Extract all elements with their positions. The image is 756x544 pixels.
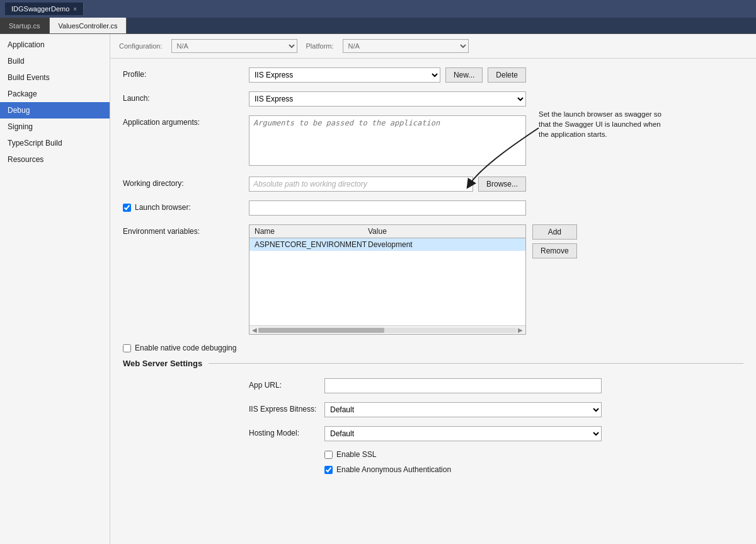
env-table-container: Name Value ASPNETCORE_ENVIRONMENT Develo…: [249, 224, 526, 335]
working-dir-input[interactable]: [249, 177, 473, 192]
env-cell-name-0: ASPNETCORE_ENVIRONMENT: [255, 240, 368, 249]
enable-anon-row: Enable Anonymous Authentication: [123, 465, 743, 474]
working-dir-control: Browse...: [249, 177, 526, 192]
enable-native-debug-checkbox[interactable]: [123, 344, 131, 352]
iis-bitness-row: IIS Express Bitness: Default: [123, 402, 743, 417]
enable-ssl-checkbox[interactable]: [324, 451, 333, 459]
sidebar: Application Build Build Events Package D…: [0, 34, 110, 544]
enable-anon-label: Enable Anonymous Authentication: [336, 465, 451, 474]
app-url-label: App URL:: [249, 378, 324, 390]
sidebar-item-typescript-build[interactable]: TypeScript Build: [0, 135, 110, 151]
form-area: Profile: IIS Express New... Delete L: [110, 59, 756, 489]
iis-bitness-control: Default: [324, 402, 602, 417]
tab-startup-cs[interactable]: Startup.cs: [0, 18, 50, 33]
profile-select[interactable]: IIS Express: [249, 67, 440, 83]
platform-label: Platform:: [306, 42, 334, 50]
app-url-row: App URL: http://localhost:34968: [123, 378, 743, 393]
launch-browser-label: Launch browser:: [123, 200, 249, 212]
editor-tabs: Startup.cs ValuesController.cs: [0, 18, 756, 34]
env-vars-label: Environment variables:: [123, 224, 249, 236]
hosting-model-row: Hosting Model: Default: [123, 426, 743, 441]
add-button[interactable]: Add: [532, 224, 577, 240]
title-bar: IDGSwaggerDemo ×: [0, 0, 756, 18]
sidebar-item-build-events[interactable]: Build Events: [0, 69, 110, 86]
working-dir-label: Working directory:: [123, 177, 249, 188]
config-bar: Configuration: N/A Platform: N/A: [110, 34, 756, 59]
scrollbar-thumb: [258, 328, 384, 333]
hosting-model-label: Hosting Model:: [249, 426, 324, 437]
hosting-model-control: Default: [324, 426, 602, 441]
app-args-control: Set the launch browser as swagger so tha…: [249, 115, 526, 168]
sidebar-item-build[interactable]: Build: [0, 53, 110, 69]
sidebar-item-signing[interactable]: Signing: [0, 119, 110, 135]
sidebar-item-resources[interactable]: Resources: [0, 151, 110, 168]
project-tab[interactable]: IDGSwaggerDemo ×: [5, 3, 84, 15]
profile-control: IIS Express New... Delete: [249, 67, 526, 83]
app-url-control: http://localhost:34968: [324, 378, 602, 393]
env-scrollbar[interactable]: ◀ ▶: [249, 325, 525, 334]
profile-label: Profile:: [123, 67, 249, 79]
sidebar-item-application[interactable]: Application: [0, 37, 110, 53]
enable-ssl-row: Enable SSL: [123, 450, 743, 459]
launch-row: Launch: IIS Express: [123, 91, 743, 107]
main-layout: Application Build Build Events Package D…: [0, 34, 756, 544]
launch-browser-control: swagger: [249, 200, 526, 216]
sidebar-item-package[interactable]: Package: [0, 86, 110, 102]
profile-row: Profile: IIS Express New... Delete: [123, 67, 743, 83]
env-cell-value-0: Development: [368, 240, 520, 249]
browse-button[interactable]: Browse...: [478, 177, 526, 192]
launch-label: Launch:: [123, 91, 249, 103]
env-row-0[interactable]: ASPNETCORE_ENVIRONMENT Development: [249, 238, 525, 251]
app-args-label: Application arguments:: [123, 115, 249, 127]
delete-button[interactable]: Delete: [488, 67, 526, 83]
project-tab-close[interactable]: ×: [73, 6, 77, 13]
launch-browser-row: Launch browser: swagger: [123, 200, 743, 216]
enable-native-debug-label: Enable native code debugging: [135, 344, 236, 352]
tab-valuescontroller-cs[interactable]: ValuesController.cs: [50, 18, 127, 33]
iis-bitness-select[interactable]: Default: [324, 402, 602, 417]
env-col-name: Name: [255, 227, 368, 236]
configuration-select[interactable]: N/A: [171, 39, 297, 53]
hosting-model-select[interactable]: Default: [324, 426, 602, 441]
sidebar-item-debug[interactable]: Debug: [0, 102, 110, 119]
web-server-heading: Web Server Settings: [123, 359, 743, 368]
platform-select[interactable]: N/A: [343, 39, 469, 53]
launch-control: IIS Express: [249, 91, 526, 107]
env-table-header: Name Value: [249, 225, 525, 238]
env-buttons: Add Remove: [532, 224, 577, 258]
launch-browser-input[interactable]: swagger: [249, 200, 526, 216]
working-dir-row: Working directory: Browse...: [123, 177, 743, 192]
scrollbar-track: [258, 328, 517, 333]
remove-button[interactable]: Remove: [532, 243, 577, 258]
enable-native-debug-row: Enable native code debugging: [123, 344, 743, 352]
annotation-text: Set the launch browser as swagger so tha…: [539, 109, 665, 139]
iis-bitness-label: IIS Express Bitness:: [249, 402, 324, 414]
enable-ssl-label: Enable SSL: [336, 450, 376, 459]
project-tab-label: IDGSwaggerDemo: [11, 5, 69, 13]
env-vars-row: Environment variables: Name Value ASPNET…: [123, 224, 743, 335]
app-args-row: Application arguments: Set the launch br…: [123, 115, 743, 168]
configuration-label: Configuration:: [119, 42, 163, 50]
new-button[interactable]: New...: [445, 67, 483, 83]
content-area: Configuration: N/A Platform: N/A Profile…: [110, 34, 756, 544]
env-vars-control: Name Value ASPNETCORE_ENVIRONMENT Develo…: [249, 224, 526, 335]
launch-browser-checkbox[interactable]: [123, 204, 131, 212]
env-col-value: Value: [368, 227, 520, 236]
enable-anon-checkbox[interactable]: [324, 466, 333, 474]
launch-select[interactable]: IIS Express: [249, 91, 526, 107]
app-args-textarea[interactable]: [249, 115, 526, 166]
app-url-input[interactable]: http://localhost:34968: [324, 378, 602, 393]
